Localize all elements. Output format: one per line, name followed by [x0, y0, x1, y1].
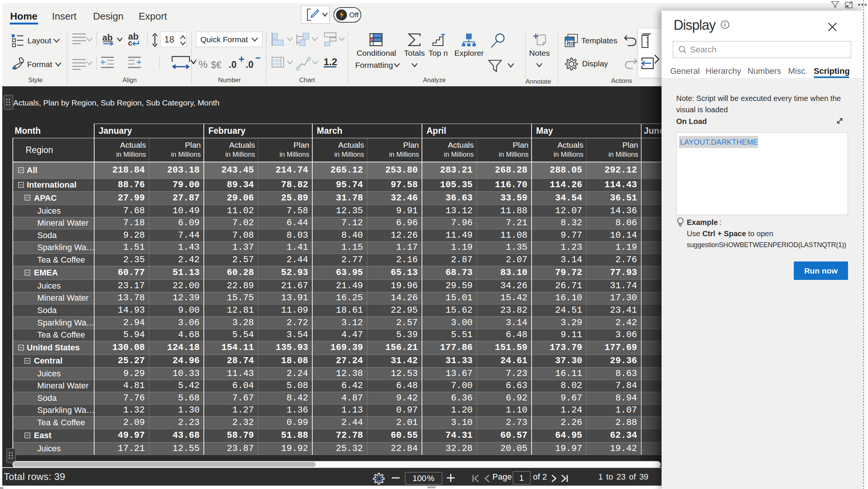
- svg-text:c: c: [128, 39, 132, 46]
- svg-text:ab: ab: [102, 33, 113, 43]
